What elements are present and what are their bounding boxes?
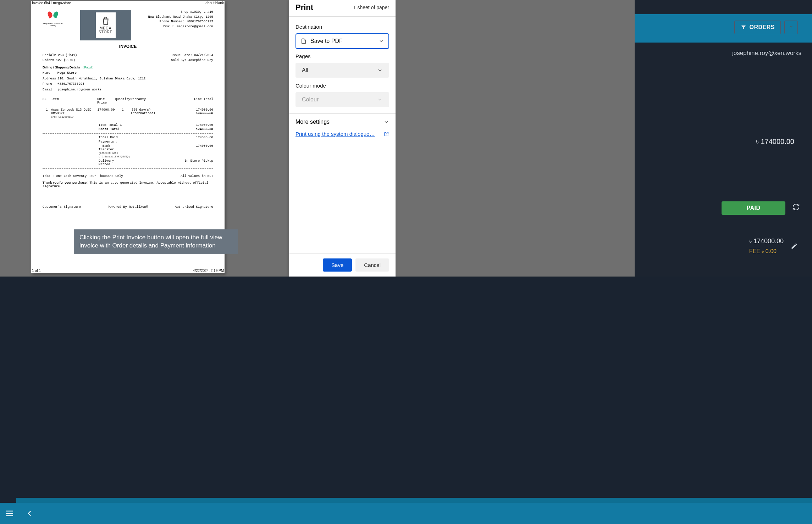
issue-date: Issue Date: 04/21/2024 <box>171 53 213 58</box>
store-logo: MEGA STORE <box>80 10 131 40</box>
paid-label: (Paid) <box>82 66 94 69</box>
chevron-down-icon <box>788 24 794 29</box>
pages-label: Pages <box>295 53 389 59</box>
page-indicator: 1 of 1 <box>32 269 41 273</box>
edit-button[interactable] <box>791 243 798 251</box>
orders-button[interactable]: ORDERS <box>734 21 781 34</box>
powered-by: Powered By RetailXen® <box>108 205 148 209</box>
destination-label: Destination <box>295 24 389 30</box>
sig-customer: Customer's Signature <box>43 205 81 209</box>
sold-by: Sold By: Josephine Roy <box>171 58 213 63</box>
bg-total-amount: ৳ 174000.00 <box>756 138 794 146</box>
table-header: SLItemUnit PriceQuantityWarrantyLine Tot… <box>43 97 213 105</box>
print-timestamp: 4/22/2024, 2:19 PM <box>193 269 224 273</box>
orders-button-group: ORDERS <box>734 21 798 34</box>
help-tooltip: Clicking the Print Invoice button will o… <box>74 229 238 254</box>
logo-text-1: MEGA <box>100 26 111 30</box>
store-address: Shop #1030, L #10 New Elephant Road Dhak… <box>148 10 213 29</box>
refresh-icon <box>792 203 800 211</box>
back-icon[interactable] <box>25 509 34 518</box>
orders-dropdown[interactable] <box>784 21 798 34</box>
chevron-down-icon <box>377 97 383 102</box>
save-button[interactable]: Save <box>323 258 352 272</box>
color-value: Colour <box>302 96 319 103</box>
refresh-button[interactable] <box>792 203 800 212</box>
color-label: Colour mode <box>295 83 389 89</box>
chevron-down-icon <box>383 119 389 125</box>
destination-value: Save to PDF <box>310 38 343 44</box>
thanks-line: Thank you for your purchase! This is an … <box>43 181 213 188</box>
order-no: Order# 127 (9970) <box>43 58 77 63</box>
sheet-count: 1 sheet of paper <box>353 5 389 10</box>
menu-icon[interactable] <box>5 509 14 518</box>
bag-icon <box>101 16 110 26</box>
table-row: 1 Asus Zenbook S13 OLED UM5302TS/N: S132… <box>43 108 213 119</box>
print-preview-page: Invoice 6b41 mega-store about:blank Bang… <box>31 1 225 273</box>
chevron-down-icon <box>379 38 384 44</box>
billing-details: NameMega Store Address118, South Mohakha… <box>43 71 213 92</box>
external-link-icon <box>383 131 389 137</box>
bg-strip <box>16 498 812 503</box>
pages-value: All <box>302 67 308 73</box>
cancel-button[interactable]: Cancel <box>355 258 389 272</box>
color-select[interactable]: Colour <box>295 92 389 107</box>
dialog-title: Print <box>295 3 313 12</box>
bottom-nav <box>0 503 812 524</box>
preview-url: about:blank <box>205 1 224 5</box>
bcs-logo: Bangladesh Computer Samity <box>43 10 63 27</box>
currency-note: All Values in BDT <box>181 174 213 178</box>
bg-fee: FEE ৳ 0.00 <box>749 248 777 255</box>
bg-payment-amount: ৳ 174000.00 <box>749 238 784 245</box>
bg-user-email: josephine.roy@xen.works <box>732 50 801 57</box>
orders-label: ORDERS <box>750 24 775 30</box>
pencil-icon <box>791 243 798 250</box>
invoice-title: INVOICE <box>43 44 213 49</box>
print-dialog: Print 1 sheet of paper Destination Save … <box>289 0 396 277</box>
pages-select[interactable]: All <box>295 63 389 78</box>
filter-icon <box>740 24 747 30</box>
preview-doc-title: Invoice 6b41 mega-store <box>32 1 71 5</box>
file-icon <box>300 38 307 44</box>
sig-auth: Authorised Signature <box>175 205 213 209</box>
bcs-caption: Bangladesh Computer Samity <box>43 23 63 27</box>
chevron-down-icon <box>377 67 383 73</box>
billing-header: Billing / Shipping Details (Paid) <box>43 66 213 69</box>
logo-text-2: STORE <box>99 30 112 34</box>
serial-no: Serial# 253 (6b41) <box>43 53 77 58</box>
amount-words: Taka : One Lakh Seventy Four Thousand On… <box>43 174 123 178</box>
paid-badge: PAID <box>722 201 785 215</box>
more-settings[interactable]: More settings <box>295 119 389 125</box>
system-dialogue-link[interactable]: Print using the system dialogue… <box>295 131 375 137</box>
destination-select[interactable]: Save to PDF <box>295 33 389 49</box>
